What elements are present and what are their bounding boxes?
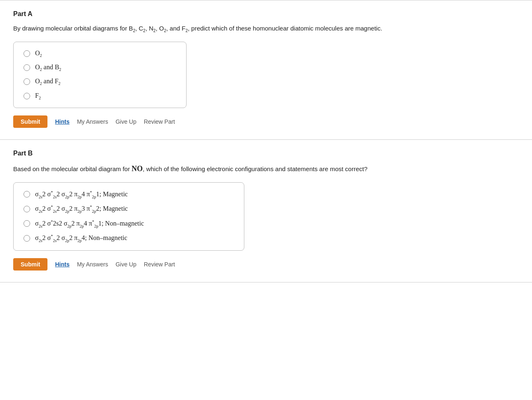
radio-a4[interactable]	[24, 93, 30, 99]
part-b-title: Part B	[13, 150, 519, 157]
option-a2-label: O2 and B2	[35, 64, 61, 72]
list-item: F2	[24, 92, 176, 100]
list-item: O2 and F2	[24, 78, 176, 86]
list-item: O2 and B2	[24, 64, 176, 72]
part-b-give-up-link[interactable]: Give Up	[116, 261, 137, 268]
list-item: σ2s2 σ*2s2 σ2p2 π2p3 π*2p2; Magnetic	[24, 205, 234, 214]
part-b-question: Based on the molecular orbital diagram f…	[13, 163, 519, 175]
option-b2-label: σ2s2 σ*2s2 σ2p2 π2p3 π*2p2; Magnetic	[35, 205, 128, 214]
part-a-my-answers-link[interactable]: My Answers	[77, 118, 108, 125]
bottom-divider	[0, 282, 532, 282]
radio-a2[interactable]	[24, 64, 30, 71]
list-item: σ2s2 σ*2s2 σ2p2 π2p4 π*2p1; Magnetic	[24, 190, 234, 199]
radio-a1[interactable]	[24, 50, 30, 57]
option-b4-label: σ2s2 σ*2s2 σ2p2 π2p4; Non–magnetic	[35, 234, 127, 243]
radio-b4[interactable]	[24, 235, 30, 242]
radio-b1[interactable]	[24, 191, 30, 198]
part-b-hints-link[interactable]: Hints	[55, 261, 69, 268]
part-b-options-box: σ2s2 σ*2s2 σ2p2 π2p4 π*2p1; Magnetic σ2s…	[13, 182, 244, 251]
part-b-submit-button[interactable]: Submit	[13, 258, 47, 271]
part-a-title-text: Part A	[13, 10, 33, 17]
option-b3-label: σ2s2 σ*2s2 σ2p2 π2p4 π*2p1; Non–magnetic	[35, 219, 144, 228]
part-b-my-answers-link[interactable]: My Answers	[77, 261, 108, 268]
part-a-hints-link[interactable]: Hints	[55, 118, 69, 125]
part-a-section: Part A By drawing molecular orbital diag…	[0, 0, 532, 139]
list-item: σ2s2 σ*2s2 σ2p2 π2p4; Non–magnetic	[24, 234, 234, 243]
radio-b3[interactable]	[24, 220, 30, 227]
part-b-review-part-link[interactable]: Review Part	[144, 261, 175, 268]
option-a3-label: O2 and F2	[35, 78, 61, 86]
list-item: σ2s2 σ*2s2 σ2p2 π2p4 π*2p1; Non–magnetic	[24, 219, 234, 228]
part-b-section: Part B Based on the molecular orbital di…	[0, 140, 532, 282]
part-a-submit-button[interactable]: Submit	[13, 115, 47, 128]
no-molecule: NO	[132, 165, 143, 173]
part-b-title-text: Part B	[13, 150, 33, 157]
part-a-question: By drawing molecular orbital diagrams fo…	[13, 24, 519, 34]
radio-b2[interactable]	[24, 206, 30, 212]
part-a-action-bar: Submit Hints My Answers Give Up Review P…	[13, 115, 519, 128]
part-b-action-bar: Submit Hints My Answers Give Up Review P…	[13, 258, 519, 271]
part-a-review-part-link[interactable]: Review Part	[144, 118, 175, 125]
radio-a3[interactable]	[24, 78, 30, 85]
list-item: O2	[24, 49, 176, 58]
option-a4-label: F2	[35, 92, 41, 100]
part-a-give-up-link[interactable]: Give Up	[116, 118, 137, 125]
part-a-title: Part A	[13, 10, 519, 18]
part-a-options-box: O2 O2 and B2 O2 and F2 F2	[13, 42, 187, 108]
option-b1-label: σ2s2 σ*2s2 σ2p2 π2p4 π*2p1; Magnetic	[35, 190, 128, 199]
option-a1-label: O2	[35, 49, 42, 58]
